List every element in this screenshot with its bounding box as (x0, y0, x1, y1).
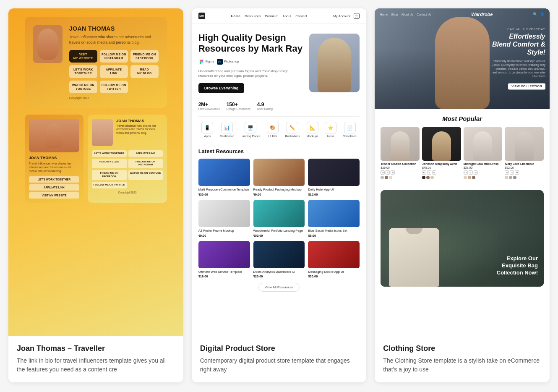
jt-cl-btn-visit[interactable]: VISIT MY WEBSITE (29, 192, 79, 199)
dps-my-account[interactable]: My Account (333, 14, 350, 18)
jt-cr-btn-youtube[interactable]: WATCH ME ON YOUTUBE (128, 170, 163, 180)
dps-logo: MR (198, 13, 205, 19)
cs-color-1[interactable] (505, 176, 508, 179)
jt-btn-blog[interactable]: READMY BLOG (130, 65, 159, 78)
cs-color-2[interactable] (426, 176, 430, 179)
dps-nav-about[interactable]: About (282, 14, 291, 18)
cs-color-1[interactable] (381, 176, 384, 179)
dps-product-price: $19.00 (198, 274, 250, 278)
jt-btn-work[interactable]: LET'S WORKTOGETHER (69, 65, 97, 78)
cs-search-icon[interactable]: 🔍 (533, 12, 537, 16)
cs-size-s[interactable]: S (469, 170, 473, 175)
list-item[interactable]: Ultimate Web Service Template $19.00 (198, 241, 250, 279)
cs-size-s[interactable]: S (510, 170, 514, 175)
dps-dashboard-icon: 📊 (221, 122, 233, 133)
jt-cr-btn-twitter[interactable]: FOLLOW ME ON TWITTER (92, 182, 126, 188)
cs-size-xs[interactable]: XS (422, 170, 426, 175)
cs-color-3[interactable] (513, 176, 516, 179)
dps-badge-figma: Figma (198, 59, 214, 65)
cs-color-2[interactable] (509, 176, 512, 179)
jt-btn-affiliate[interactable]: AFFILIATELINK (100, 65, 128, 78)
cs-nav-home[interactable]: Home (380, 13, 388, 16)
jt-cr-btn-affiliate[interactable]: AFFILIATE LINK (128, 150, 163, 157)
jt-btn-twitter[interactable]: FOLLOW ME ONTWITTER (100, 81, 128, 93)
cs-nav-about[interactable]: About Us (401, 13, 413, 16)
jt-cr-btn-facebook[interactable]: FRIEND ME ON FACEBOOK (92, 170, 126, 180)
cs-size-m[interactable]: M (432, 170, 436, 175)
dps-stats: 2M+ Free Downloads 150+ Design Resources… (192, 102, 367, 116)
cs-size-xs[interactable]: XS (464, 170, 468, 175)
card-digital-product-store[interactable]: MR Home Resources Premium About Contact … (192, 8, 367, 382)
jt-cr-btn-instagram[interactable]: FOLLOW ME ON INSTAGRAM (128, 159, 163, 169)
jt-btn-visit[interactable]: VISITMY WEBSITE (69, 50, 97, 63)
dps-stat-resources: 150+ Design Resources (227, 102, 250, 110)
cs-size-m[interactable]: M (474, 170, 478, 175)
cs-product-sizes: XS S M (381, 170, 420, 175)
dps-nav-contact[interactable]: Contact (295, 14, 307, 18)
cs-hero-button[interactable]: VIEW COLLECTION (508, 84, 545, 90)
cs-product-sizes: XS S M (422, 170, 461, 175)
card-joan-thomas[interactable]: JOAN THOMAS Travel Influencer who shares… (8, 8, 183, 382)
cs-size-s[interactable]: S (386, 170, 390, 175)
svg-rect-4 (200, 62, 201, 64)
list-item[interactable]: Johnson Rhapsody Aerie $45.00 XS S M (422, 127, 461, 179)
list-item[interactable]: A3 Poster Frame Mockup $9.00 (198, 200, 250, 238)
cs-color-1[interactable] (464, 176, 467, 179)
list-item[interactable]: Woodtreefol Portfolio Landing Page $50.0… (253, 200, 305, 238)
dps-cart-icon[interactable]: 🛒 (354, 13, 360, 19)
dps-cat-templates[interactable]: 📄 Templates (343, 122, 357, 138)
dps-nav-resources[interactable]: Resources (245, 14, 261, 18)
card-clothing-store[interactable]: Home Shop About Us Contact Us Wardrobe 🔍… (375, 8, 550, 382)
cs-nav-shop[interactable]: Shop (391, 13, 398, 16)
list-item[interactable]: Doom Analytics Dashboard UI $20.00 (253, 241, 305, 279)
jt-cr-btn-work[interactable]: LET'S WORK TOGETHER (92, 150, 126, 157)
list-item[interactable]: Midnight Gala Midi Dress $38.00 XS S M (464, 127, 503, 179)
card1-title: Joan Thomas – Traveller (17, 344, 175, 353)
cs-size-xs[interactable]: XS (381, 170, 385, 175)
cs-user-icon[interactable]: 👤 (540, 12, 545, 16)
dps-product-name: Ready Product Packaging Mockup (253, 188, 305, 192)
cs-bag-banner: Explore Our Exquisite Bag Collection Now… (381, 190, 544, 287)
list-item[interactable]: Multi-Purpose eCommerce Template $30.00 (198, 159, 250, 196)
list-item[interactable]: Messaging Mobile App UI $30.00 (308, 241, 360, 279)
cs-size-s[interactable]: S (427, 170, 431, 175)
dps-illustrations-icon: ✏️ (287, 122, 298, 133)
cs-size-m[interactable]: M (391, 170, 395, 175)
jt-cl-btn-work[interactable]: LET'S WORK TOGETHER (29, 176, 79, 183)
dps-cat-uikits[interactable]: 🎨 UI Kits (267, 122, 279, 138)
list-item[interactable]: Tender Classic Collection $29.00 XS S M (381, 127, 420, 179)
jt-btn-youtube[interactable]: WATCH ME ONYOUTUBE (69, 81, 97, 93)
dps-cat-landing[interactable]: 🖥️ Landing Pages (241, 122, 261, 138)
dps-cat-icons[interactable]: ⭐ Icons (325, 122, 336, 138)
dps-cat-illustrations[interactable]: ✏️ Illustrations (285, 122, 300, 138)
cs-color-1[interactable] (422, 176, 425, 179)
cs-color-2[interactable] (385, 176, 388, 179)
jt-cr-btn-blog[interactable]: READ MY BLOG (92, 159, 126, 169)
list-item[interactable]: Blue Social Media Icons Set $8.00 (308, 200, 360, 238)
jt-cl-btn-affiliate[interactable]: AFFILIATE LINK (29, 184, 79, 191)
jt-btn-instagram[interactable]: FOLLOW ME ONINSTAGRAM (100, 50, 128, 63)
cs-color-3[interactable] (389, 176, 392, 179)
cs-nav-contact[interactable]: Contact Us (417, 13, 431, 16)
cs-size-xs[interactable]: XS (505, 170, 509, 175)
cs-color-2[interactable] (468, 176, 471, 179)
dps-product-img (253, 159, 305, 186)
dps-stat-rating: 4.9 User Rating (257, 102, 273, 110)
dps-product-price: $9.00 (198, 234, 250, 238)
dps-hero-image (309, 34, 360, 92)
dps-cat-mockups[interactable]: 📐 Mockups (307, 122, 318, 138)
cs-color-3[interactable] (430, 176, 434, 179)
jt-btn-facebook[interactable]: FRIEND ME ONFACEBOOK (130, 50, 159, 63)
list-item[interactable]: Daily Hotel App UI $15.00 (308, 159, 360, 196)
dps-cat-dashboard[interactable]: 📊 Dashboard (220, 122, 234, 138)
cs-size-m[interactable]: M (515, 170, 519, 175)
dps-cta-button[interactable]: Browse Everything (198, 83, 245, 93)
dps-nav-premium[interactable]: Premium (265, 14, 278, 18)
list-item[interactable]: Ivory Lace Ensemble $52.00 XS S M (505, 127, 544, 179)
cs-color-3[interactable] (472, 176, 475, 179)
dps-cat-apps[interactable]: 📱 Apps (201, 122, 213, 138)
dps-view-all-button[interactable]: View All Resources (258, 283, 300, 292)
list-item[interactable]: Ready Product Packaging Mockup $9.00 (253, 159, 305, 196)
jt-cr-avatar (92, 119, 113, 146)
dps-nav-home[interactable]: Home (231, 14, 240, 18)
